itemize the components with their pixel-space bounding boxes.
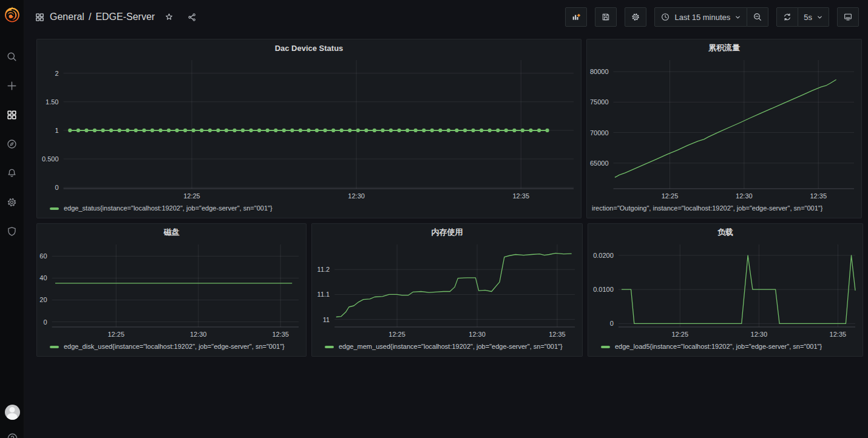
svg-text:65000: 65000 xyxy=(590,160,609,167)
sidebar-item-dashboards[interactable] xyxy=(0,100,24,129)
dashboard-header: General / EDGE-Server Last 15 minutes xyxy=(24,0,868,34)
side-menu xyxy=(0,0,24,438)
sidebar-item-alerting[interactable] xyxy=(0,158,24,187)
svg-text:1: 1 xyxy=(55,127,58,134)
sidebar-item-explore[interactable] xyxy=(0,129,24,158)
gear-configuration-icon xyxy=(6,197,18,208)
breadcrumb-separator: / xyxy=(89,12,91,22)
svg-text:12:35: 12:35 xyxy=(830,331,847,338)
compass-explore-icon xyxy=(6,138,18,150)
dashboards-grid-icon xyxy=(6,109,18,121)
timeseries-chart[interactable]: 1111.111.212:2512:3012:35 xyxy=(312,241,582,340)
dashboard-toolbar: Last 15 minutes 5s xyxy=(565,7,859,27)
svg-text:11.1: 11.1 xyxy=(317,291,330,298)
grafana-logo[interactable] xyxy=(3,5,21,24)
svg-text:12:35: 12:35 xyxy=(512,192,529,200)
dashboard-grid-icon xyxy=(35,12,45,22)
shield-admin-icon xyxy=(6,226,18,237)
svg-text:12:35: 12:35 xyxy=(810,192,827,200)
grafana-app: General / EDGE-Server Last 15 minutes xyxy=(0,0,868,438)
timeseries-chart[interactable]: 6500070000750008000012:2512:3012:35 xyxy=(587,56,861,202)
save-dashboard-button[interactable] xyxy=(595,7,617,27)
legend-series-marker xyxy=(325,346,334,348)
legend-series-marker xyxy=(50,207,59,210)
svg-text:12:35: 12:35 xyxy=(272,331,289,338)
refresh-button[interactable] xyxy=(776,7,798,27)
dashboard-settings-button[interactable] xyxy=(625,7,646,27)
tv-monitor-icon xyxy=(843,12,853,22)
legend-series-label[interactable]: edge_mem_used{instance="localhost:19202"… xyxy=(339,343,563,350)
svg-text:0: 0 xyxy=(610,320,614,327)
time-range-button[interactable]: Last 15 minutes xyxy=(654,7,747,27)
svg-text:12:25: 12:25 xyxy=(183,192,200,200)
panel-memory-usage: 内存使用 1111.111.212:2512:3012:35 edge_mem_… xyxy=(311,223,583,357)
panel-dac-device-status: Dac Device Status 00.50011.50212:2512:30… xyxy=(36,39,581,218)
star-dashboard-button[interactable] xyxy=(160,8,178,26)
panel-disk: 磁盘 020406012:2512:3012:35 edge_disk_used… xyxy=(36,223,307,357)
panel-title[interactable]: 负载 xyxy=(588,224,863,241)
breadcrumb: General / EDGE-Server xyxy=(35,8,201,26)
panel-load: 负载 00.01000.020012:2512:3012:35 edge_loa… xyxy=(588,223,863,357)
svg-text:80000: 80000 xyxy=(590,68,609,75)
svg-text:70000: 70000 xyxy=(590,129,609,136)
add-panel-button[interactable] xyxy=(565,7,587,27)
svg-text:12:25: 12:25 xyxy=(388,331,405,338)
sidebar-item-configuration[interactable] xyxy=(0,187,24,217)
svg-text:20: 20 xyxy=(39,296,47,303)
breadcrumb-dashboard-title[interactable]: EDGE-Server xyxy=(95,12,155,22)
svg-text:0: 0 xyxy=(43,318,47,326)
refresh-group: 5s xyxy=(776,7,829,27)
panel-title[interactable]: Dac Device Status xyxy=(37,39,581,56)
svg-text:0: 0 xyxy=(55,184,58,191)
legend-series-label[interactable]: edge_disk_used{instance="localhost:19202… xyxy=(64,343,285,350)
avatar[interactable] xyxy=(5,405,20,420)
svg-text:1.50: 1.50 xyxy=(46,98,58,106)
dashboard-grid: Dac Device Status 00.50011.50212:2512:30… xyxy=(24,34,868,362)
svg-text:75000: 75000 xyxy=(590,98,609,106)
svg-text:12:25: 12:25 xyxy=(107,331,124,338)
panel-title[interactable]: 磁盘 xyxy=(37,224,306,241)
sidebar-item-create[interactable] xyxy=(0,71,24,100)
help-icon[interactable] xyxy=(6,432,19,438)
zoom-out-time-button[interactable] xyxy=(747,7,768,27)
save-icon xyxy=(601,12,611,22)
svg-text:11.2: 11.2 xyxy=(317,266,330,273)
refresh-interval-label: 5s xyxy=(804,13,812,22)
svg-text:12:25: 12:25 xyxy=(671,331,688,338)
legend-series-label[interactable]: edge_load5{instance="localhost:19202", j… xyxy=(615,343,822,350)
plus-icon xyxy=(6,80,18,92)
svg-text:11: 11 xyxy=(323,316,330,323)
svg-text:12:25: 12:25 xyxy=(662,192,679,200)
sidebar-item-search[interactable] xyxy=(0,42,24,71)
gear-icon xyxy=(631,12,640,22)
sidebar-bottom xyxy=(0,405,24,438)
legend-series-marker xyxy=(601,346,610,348)
svg-text:40: 40 xyxy=(39,274,47,281)
svg-text:12:30: 12:30 xyxy=(751,331,768,338)
svg-text:0.0200: 0.0200 xyxy=(593,252,614,259)
star-icon xyxy=(164,12,174,22)
svg-text:12:30: 12:30 xyxy=(736,192,753,200)
sidebar-item-server-admin[interactable] xyxy=(0,217,24,246)
breadcrumb-folder[interactable]: General xyxy=(50,12,84,22)
timeseries-chart[interactable]: 00.50011.50212:2512:3012:35 xyxy=(37,56,581,202)
legend-series-label[interactable]: edge_status{instance="localhost:19202", … xyxy=(64,204,273,212)
panel-title[interactable]: 累积流量 xyxy=(587,39,861,56)
chevron-down-icon xyxy=(816,14,823,21)
share-dashboard-button[interactable] xyxy=(183,8,201,26)
timeseries-chart[interactable]: 00.01000.020012:2512:3012:35 xyxy=(588,241,863,340)
svg-text:12:30: 12:30 xyxy=(469,331,486,338)
side-nav xyxy=(0,42,24,246)
legend-series-marker xyxy=(50,346,59,348)
search-icon xyxy=(6,51,18,62)
panel-title[interactable]: 内存使用 xyxy=(312,224,582,241)
svg-text:12:30: 12:30 xyxy=(190,331,207,338)
refresh-interval-dropdown[interactable]: 5s xyxy=(798,7,829,27)
cycle-view-mode-button[interactable] xyxy=(837,7,859,27)
legend-series-label[interactable]: irection="Outgoing", instance="localhost… xyxy=(592,204,822,212)
bell-alerting-icon xyxy=(6,167,18,179)
svg-text:60: 60 xyxy=(39,252,47,260)
timeseries-chart[interactable]: 020406012:2512:3012:35 xyxy=(37,241,306,340)
svg-text:0.500: 0.500 xyxy=(42,155,59,163)
panel-cumulative-traffic: 累积流量 6500070000750008000012:2512:3012:35… xyxy=(586,39,862,218)
